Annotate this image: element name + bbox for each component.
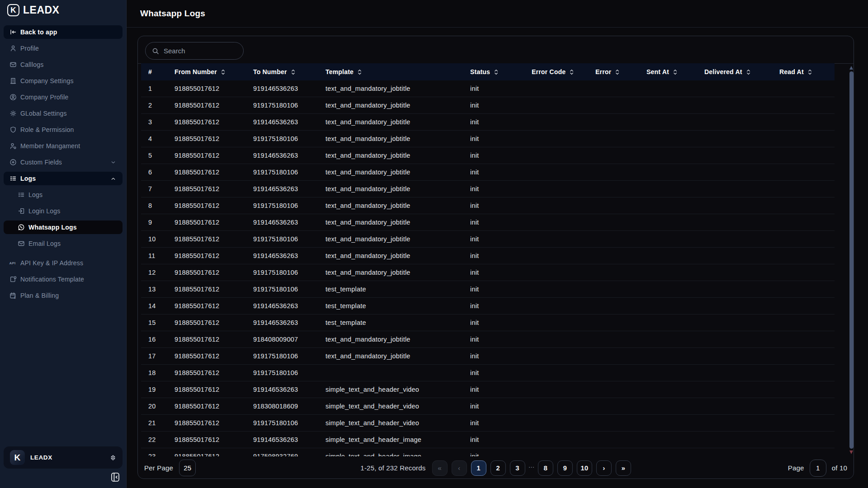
search-input[interactable]	[164, 47, 227, 55]
logs-table-card: #From NumberTo NumberTemplateStatusError…	[137, 36, 854, 479]
sidebar-item-profile[interactable]: Profile	[4, 42, 123, 55]
per-page-selector[interactable]: 25	[179, 460, 196, 476]
sidebar-item-member-management[interactable]: Member Mangament	[4, 139, 123, 153]
cell-template: text_and_mandatory_jobtitle	[318, 102, 463, 109]
cell-template: text_and_mandatory_jobtitle	[318, 185, 463, 192]
table-row[interactable]: 11918855017612919146536263text_and_manda…	[141, 248, 835, 264]
sort-icon	[358, 69, 362, 75]
page-3-button[interactable]: 3	[509, 460, 525, 476]
table-row[interactable]: 21918855017612919175180106simple_text_an…	[141, 415, 835, 432]
cell-index: 7	[141, 185, 167, 192]
sidebar-item-calllogs[interactable]: Calllogs	[4, 58, 123, 71]
table-row[interactable]: 19918855017612919146536263simple_text_an…	[141, 381, 835, 398]
leadx-logo-icon: K	[7, 4, 19, 16]
page-9-button[interactable]: 9	[557, 460, 573, 476]
page-1-button[interactable]: 1	[471, 460, 486, 476]
sidebar-item-company-settings[interactable]: Company Settings	[4, 74, 123, 88]
login-icon	[17, 207, 25, 215]
sidebar-item-login-logs[interactable]: Login Logs	[4, 204, 123, 218]
sidebar-item-notifications-template[interactable]: Notifications Template	[4, 272, 123, 286]
template-icon	[9, 276, 17, 283]
sidebar-item-api-key-ip-address[interactable]: APIAPI Key & IP Address	[4, 256, 123, 270]
table-row[interactable]: 10918855017612919175180106text_and_manda…	[141, 231, 835, 248]
cell-status: init	[463, 152, 524, 159]
column-header-read-at[interactable]: Read At	[772, 68, 835, 75]
column-header-status[interactable]: Status	[463, 68, 524, 75]
sidebar-collapse-button[interactable]	[111, 473, 119, 482]
table-row[interactable]: 15918855017612919146536263test_templatei…	[141, 314, 835, 331]
next-page-button[interactable]: ›	[596, 460, 612, 476]
first-page-button[interactable]: «	[432, 460, 447, 476]
sidebar-item-custom-fields[interactable]: Custom Fields	[4, 155, 123, 169]
column-header-error-code[interactable]: Error Code	[524, 68, 588, 75]
cell-index: 14	[141, 302, 167, 310]
cell-from-number: 918855017612	[167, 403, 246, 410]
svg-text:API: API	[9, 261, 15, 265]
sidebar-item-global-settings[interactable]: GLobal Settings	[4, 107, 123, 120]
table-row[interactable]: 20918855017612918308018609simple_text_an…	[141, 398, 835, 415]
table-row[interactable]: 22918855017612919146536263simple_text_an…	[141, 432, 835, 448]
page-8-button[interactable]: 8	[538, 460, 553, 476]
sidebar-item-company-profile[interactable]: Company Profile	[4, 90, 123, 104]
table-row[interactable]: 23918855017612917598932769simple_text_an…	[141, 448, 835, 456]
table-row[interactable]: 16918855017612918408009007text_and_manda…	[141, 331, 835, 348]
column-label: Error Code	[532, 68, 566, 75]
cell-index: 3	[141, 118, 167, 126]
table-row[interactable]: 5918855017612919146536263text_and_mandat…	[141, 147, 835, 164]
column-label: To Number	[253, 68, 287, 75]
workspace-selector[interactable]: K LEADX	[4, 446, 123, 469]
cell-from-number: 918855017612	[167, 286, 246, 293]
mail-icon	[9, 61, 17, 68]
sidebar-item-role-permission[interactable]: Role & Permission	[4, 123, 123, 136]
sidebar-item-logs-sub[interactable]: Logs	[4, 188, 123, 202]
column-header-sent-at[interactable]: Sent At	[639, 68, 697, 75]
sidebar-item-whatsapp-logs[interactable]: Whatsapp Logs	[4, 221, 123, 234]
column-header-to-number[interactable]: To Number	[246, 68, 318, 75]
scroll-down-arrow-icon[interactable]	[849, 450, 853, 454]
table-row[interactable]: 18918855017612919175180106init	[141, 365, 835, 381]
cell-index: 16	[141, 336, 167, 343]
prev-page-button[interactable]: ‹	[451, 460, 467, 476]
cell-template: simple_text_and_header_video	[318, 419, 463, 427]
table-row[interactable]: 3918855017612919146536263text_and_mandat…	[141, 114, 835, 131]
cell-index: 5	[141, 152, 167, 159]
table-row[interactable]: 9918855017612919146536263text_and_mandat…	[141, 214, 835, 231]
table-row[interactable]: 17918855017612919175180106text_and_manda…	[141, 348, 835, 365]
cell-to-number: 919146536263	[246, 302, 318, 310]
cell-template: text_and_mandatory_jobtitle	[318, 169, 463, 176]
cell-to-number: 919175180106	[246, 102, 318, 109]
chevron-up-down-icon	[110, 454, 116, 461]
cell-from-number: 918855017612	[167, 102, 246, 109]
table-row[interactable]: 13918855017612919175180106test_templatei…	[141, 281, 835, 298]
scrollbar-thumb[interactable]	[849, 71, 854, 449]
search-box	[145, 42, 244, 60]
table-row[interactable]: 2918855017612919175180106text_and_mandat…	[141, 97, 835, 114]
column-header-error[interactable]: Error	[588, 68, 639, 75]
sidebar-item-label: Custom Fields	[20, 159, 62, 166]
table-row[interactable]: 8918855017612919175180106text_and_mandat…	[141, 197, 835, 214]
scroll-up-arrow-icon[interactable]	[849, 66, 853, 70]
sidebar-item-email-logs[interactable]: Email Logs	[4, 237, 123, 250]
user-icon	[9, 45, 17, 52]
last-page-button[interactable]: »	[616, 460, 631, 476]
column-header-delivered-at[interactable]: Delivered At	[697, 68, 772, 75]
page-total-label: of 10	[832, 464, 847, 472]
page-2-button[interactable]: 2	[490, 460, 505, 476]
table-row[interactable]: 1918855017612919146536263text_and_mandat…	[141, 80, 835, 97]
sidebar-item-back-to-app[interactable]: Back to app	[4, 25, 123, 39]
cell-template: text_and_mandatory_jobtitle	[318, 202, 463, 209]
records-count: 1-25, of 232 Records	[360, 464, 425, 472]
table-row[interactable]: 7918855017612919146536263text_and_mandat…	[141, 181, 835, 197]
page-10-button[interactable]: 10	[577, 460, 592, 476]
column-header-from-number[interactable]: From Number	[167, 68, 246, 75]
table-row[interactable]: 4918855017612919175180106text_and_mandat…	[141, 131, 835, 147]
column-header-template[interactable]: Template	[318, 68, 463, 75]
whatsapp-icon	[17, 224, 25, 231]
table-row[interactable]: 14918855017612919146536263test_templatei…	[141, 298, 835, 314]
page-number-input[interactable]	[810, 460, 826, 477]
sidebar-item-plan-billing[interactable]: $Plan & Billing	[4, 289, 123, 302]
sidebar-item-logs[interactable]: Logs	[4, 172, 123, 185]
table-scrollbar[interactable]	[849, 66, 854, 455]
table-row[interactable]: 12918855017612919175180106text_and_manda…	[141, 264, 835, 281]
table-row[interactable]: 6918855017612919175180106text_and_mandat…	[141, 164, 835, 181]
